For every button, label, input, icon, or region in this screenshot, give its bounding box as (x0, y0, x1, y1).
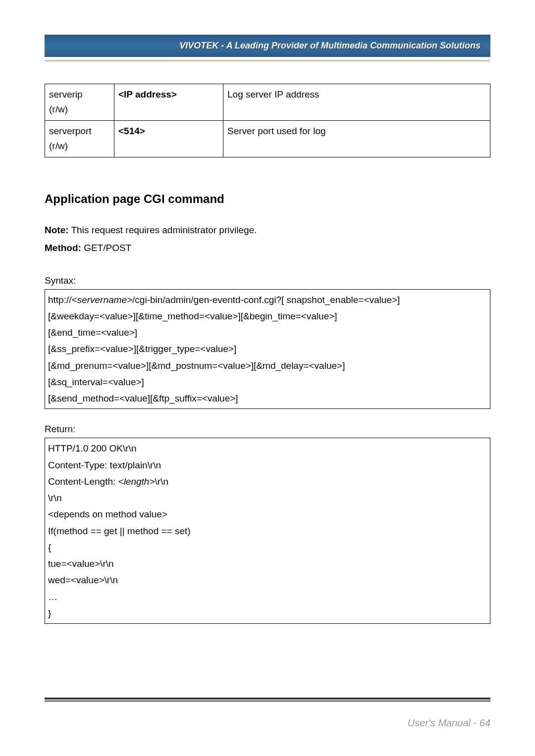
return-text: Content-Length: (48, 476, 118, 487)
return-line: HTTP/1.0 200 OK\r\n (48, 440, 487, 456)
return-line: } (48, 605, 487, 621)
header-banner: VIVOTEK - A Leading Provider of Multimed… (45, 35, 490, 57)
page-container: VIVOTEK - A Leading Provider of Multimed… (0, 0, 535, 624)
footer-rule-top (45, 698, 490, 700)
return-line: wed=<value>\r\n (48, 572, 487, 588)
method-line: Method: GET/POST (45, 241, 490, 255)
param-desc: Log server IP address (227, 89, 320, 100)
table-row: serverport (r/w) <514> Server port used … (45, 120, 490, 157)
note-label: Note: (45, 225, 69, 235)
syntax-line: [&sq_interval=<value>] (48, 374, 487, 390)
syntax-line: [&ss_prefix=<value>][&trigger_type=<valu… (48, 341, 487, 357)
param-value-cell: <514> (114, 120, 223, 157)
param-desc: Server port used for log (227, 126, 326, 136)
param-name: serverip (49, 89, 83, 100)
header-banner-text: VIVOTEK - A Leading Provider of Multimed… (179, 41, 481, 50)
param-desc-cell: Log server IP address (223, 84, 490, 121)
param-name: serverport (49, 126, 92, 136)
syntax-line: [&md_prenum=<value>][&md_postnum=<value>… (48, 357, 487, 374)
note-text: This request requires administrator priv… (69, 225, 257, 235)
parameter-table: serverip (r/w) <IP address> Log server I… (45, 84, 490, 157)
return-text: \r\n (155, 476, 168, 487)
return-line: { (48, 539, 487, 555)
method-text: GET/POST (81, 243, 131, 253)
method-label: Method: (45, 243, 81, 253)
table-row: serverip (r/w) <IP address> Log server I… (45, 84, 490, 121)
syntax-servername: <servername> (72, 295, 133, 305)
return-line: … (48, 589, 487, 605)
param-desc-cell: Server port used for log (223, 120, 490, 157)
note-line: Note: This request requires administrato… (45, 223, 490, 238)
return-line: If(method == get || method == set) (48, 523, 487, 539)
return-line: Content-Length: <length>\r\n (48, 473, 487, 490)
section-heading: Application page CGI command (45, 192, 490, 206)
syntax-code-box: http://<servername>/cgi-bin/admin/gen-ev… (45, 289, 490, 409)
param-name-cell: serverport (r/w) (45, 120, 114, 157)
return-line: tue=<value>\r\n (48, 555, 487, 572)
footer-page-number: User's Manual - 64 (408, 717, 490, 729)
param-value: <514> (118, 126, 145, 136)
return-length: <length> (118, 476, 155, 487)
param-value-cell: <IP address> (114, 84, 223, 121)
syntax-line: [&weekday=<value>][&time_method=<value>]… (48, 308, 487, 324)
syntax-line: [&send_method=<value][&ftp_suffix=<value… (48, 390, 487, 406)
return-line: Content-Type: text/plain\r\n (48, 457, 487, 473)
syntax-line: [&end_time=<value>] (48, 324, 487, 341)
syntax-label: Syntax: (45, 275, 490, 286)
return-code-box: HTTP/1.0 200 OK\r\n Content-Type: text/p… (45, 438, 490, 624)
return-line: \r\n (48, 490, 487, 506)
param-rw: (r/w) (49, 141, 68, 151)
syntax-line: http://<servername>/cgi-bin/admin/gen-ev… (48, 292, 487, 308)
param-value: <IP address> (118, 89, 177, 100)
return-line: <depends on method value> (48, 506, 487, 522)
param-rw: (r/w) (49, 104, 68, 114)
footer-rule-bottom (45, 701, 490, 702)
syntax-text: /cgi-bin/admin/gen-eventd-conf.cgi?[ sna… (132, 295, 400, 305)
return-label: Return: (45, 424, 490, 435)
syntax-text: http:// (48, 295, 72, 305)
param-name-cell: serverip (r/w) (45, 84, 114, 121)
header-underline (45, 60, 490, 61)
footer-rule (45, 698, 490, 702)
